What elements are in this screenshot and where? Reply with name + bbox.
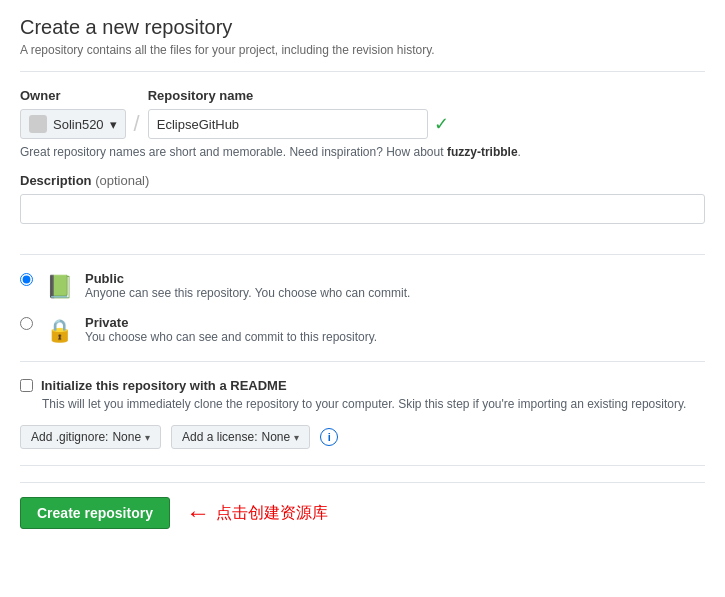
owner-dropdown-arrow: ▾ (110, 117, 117, 132)
public-radio[interactable] (20, 273, 33, 286)
license-value: None (261, 430, 290, 444)
readme-hint: This will let you immediately clone the … (42, 397, 705, 411)
gitignore-dropdown[interactable]: Add .gitignore: None ▾ (20, 425, 161, 449)
annotation-text: 点击创建资源库 (216, 503, 328, 524)
private-label[interactable]: Private (85, 315, 377, 330)
gitignore-value: None (112, 430, 141, 444)
create-repository-button[interactable]: Create repository (20, 497, 170, 529)
info-icon[interactable]: i (320, 428, 338, 446)
page-subtitle: A repository contains all the files for … (20, 43, 705, 57)
suggestion-link[interactable]: fuzzy-tribble (447, 145, 518, 159)
description-input[interactable] (20, 194, 705, 224)
repo-name-input[interactable] (148, 109, 428, 139)
private-radio[interactable] (20, 317, 33, 330)
private-desc: You choose who can see and commit to thi… (85, 330, 377, 344)
page-title: Create a new repository (20, 16, 705, 39)
description-optional: (optional) (95, 173, 149, 188)
license-caret: ▾ (294, 432, 299, 443)
repo-name-label: Repository name (148, 88, 449, 103)
public-label[interactable]: Public (85, 271, 410, 286)
description-label: Description (optional) (20, 173, 705, 188)
check-icon: ✓ (434, 109, 449, 139)
gitignore-label: Add .gitignore: (31, 430, 108, 444)
book-icon: 📗 (43, 271, 75, 303)
owner-name: Solin520 (53, 117, 104, 132)
license-dropdown[interactable]: Add a license: None ▾ (171, 425, 310, 449)
owner-dropdown[interactable]: Solin520 ▾ (20, 109, 126, 139)
lock-icon: 🔒 (43, 315, 75, 347)
repo-hint: Great repository names are short and mem… (20, 145, 705, 159)
owner-label: Owner (20, 88, 126, 103)
annotation: ← 点击创建资源库 (186, 501, 328, 525)
license-label: Add a license: (182, 430, 257, 444)
slash-separator: / (132, 109, 142, 139)
readme-label[interactable]: Initialize this repository with a README (41, 378, 287, 393)
public-desc: Anyone can see this repository. You choo… (85, 286, 410, 300)
readme-checkbox[interactable] (20, 379, 33, 392)
red-arrow-icon: ← (186, 501, 210, 525)
gitignore-caret: ▾ (145, 432, 150, 443)
